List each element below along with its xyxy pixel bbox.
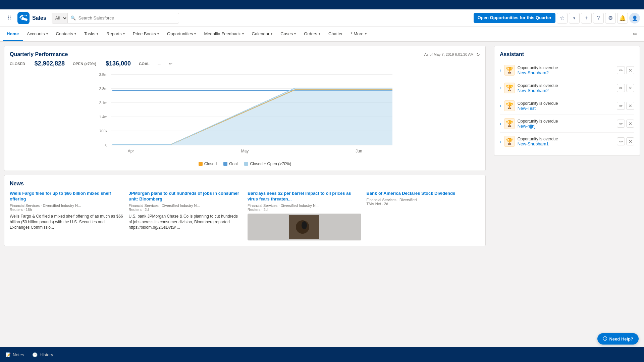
nav-item-calendar[interactable]: Calendar ▾: [248, 27, 277, 41]
dismiss-button[interactable]: ✕: [626, 84, 634, 92]
assistant-item: › 🏆 Opportunity is overdue New-njjnj ✏ ✕: [500, 115, 634, 133]
salesforce-logo[interactable]: [17, 12, 30, 24]
chevron-down-icon: ▾: [123, 32, 125, 36]
closed-value: $2,902,828: [35, 60, 65, 67]
nav-item-cases-label: Cases: [280, 31, 293, 36]
open-opportunities-button[interactable]: Open Opportunities for this Quarter: [474, 13, 555, 23]
assist-link[interactable]: New-Test: [518, 106, 614, 111]
nav-item-tasks-label: Tasks: [84, 31, 95, 36]
nav-item-cases[interactable]: Cases ▾: [276, 27, 300, 41]
dismiss-button[interactable]: ✕: [626, 120, 634, 128]
legend-closed-open: Closed + Open (>70%): [244, 162, 291, 166]
news-source: Financial Services · Diversified Industr…: [129, 203, 243, 212]
edit-button[interactable]: ✏: [617, 66, 625, 74]
nav-item-home-label: Home: [7, 31, 19, 36]
nav-item-accounts[interactable]: Accounts ▾: [23, 27, 52, 41]
news-source: Financial Services · DiversifiedTMV Net …: [367, 198, 480, 206]
need-help-label: Need Help?: [609, 336, 633, 342]
favorites-list-icon[interactable]: ▾: [569, 13, 580, 24]
assist-label: Opportunity is overdue: [518, 65, 614, 70]
nav-item-reports[interactable]: Reports ▾: [102, 27, 129, 41]
opportunity-icon: 🏆: [504, 118, 515, 129]
edit-button[interactable]: ✏: [617, 120, 625, 128]
svg-marker-16: [112, 88, 392, 145]
help-circle-icon: ⓘ: [603, 336, 607, 342]
expand-icon[interactable]: ›: [500, 103, 501, 108]
assist-link[interactable]: New-Shubham2: [518, 70, 614, 75]
chevron-down-icon: ▾: [46, 32, 48, 36]
news-item-title[interactable]: Barclays sees $2 per barrel impact to oi…: [248, 191, 361, 202]
dismiss-button[interactable]: ✕: [626, 66, 634, 74]
nav-item-orders-label: Orders: [304, 31, 317, 36]
expand-icon[interactable]: ›: [500, 139, 501, 144]
nav-item-reports-label: Reports: [106, 31, 122, 36]
assistant-title: Assistant: [500, 51, 634, 57]
history-icon: 🕐: [32, 352, 38, 357]
expand-icon[interactable]: ›: [500, 85, 501, 91]
legend-closed-label: Closed: [204, 162, 217, 166]
nav-item-chatter[interactable]: Chatter: [324, 27, 347, 41]
assist-link[interactable]: New-Shubham2: [518, 88, 614, 93]
nav-item-accounts-label: Accounts: [27, 31, 45, 36]
dismiss-button[interactable]: ✕: [626, 137, 634, 145]
news-card: News Wells Fargo files for up to $66 bil…: [4, 175, 486, 246]
assistant-item: › 🏆 Opportunity is overdue New-Shubham2 …: [500, 61, 634, 79]
edit-button[interactable]: ✏: [617, 84, 625, 92]
quarterly-date: As of May 7, 2019 6:01:30 AM: [424, 52, 474, 56]
nav-item-chatter-label: Chatter: [328, 31, 343, 36]
edit-button[interactable]: ✏: [617, 102, 625, 110]
help-icon[interactable]: ?: [593, 13, 604, 24]
notes-label: Notes: [13, 352, 24, 357]
chevron-down-icon: ▾: [97, 32, 98, 36]
header-actions: Open Opportunities for this Quarter ☆ ▾ …: [474, 13, 640, 24]
setup-icon[interactable]: ⚙: [605, 13, 616, 24]
svg-text:0: 0: [105, 143, 107, 147]
notes-icon: 📝: [5, 352, 11, 357]
history-item[interactable]: 🕐 History: [32, 352, 53, 357]
svg-text:May: May: [241, 149, 249, 153]
assist-link[interactable]: New-Shubham1: [518, 141, 614, 146]
avatar[interactable]: 👤: [629, 13, 640, 24]
nav-item-medallia[interactable]: Medallia Feedback ▾: [200, 27, 248, 41]
nav-item-home[interactable]: Home: [3, 27, 23, 41]
nav-item-contacts[interactable]: Contacts ▾: [52, 27, 80, 41]
goal-value: --: [158, 61, 161, 66]
edit-button[interactable]: ✏: [617, 137, 625, 145]
opportunity-icon: 🏆: [504, 83, 515, 93]
quarterly-performance-card: Quarterly Performance As of May 7, 2019 …: [4, 46, 486, 171]
dismiss-button[interactable]: ✕: [626, 102, 634, 110]
news-item-title[interactable]: Bank of America Declares Stock Dividends: [367, 191, 480, 196]
notifications-icon[interactable]: 🔔: [617, 13, 628, 24]
nav-item-tasks[interactable]: Tasks ▾: [80, 27, 102, 41]
search-input[interactable]: [78, 15, 179, 20]
news-title: News: [10, 181, 480, 187]
notes-item[interactable]: 📝 Notes: [5, 352, 24, 357]
nav-edit-icon[interactable]: ✏: [629, 27, 641, 41]
svg-text:2.1m: 2.1m: [99, 101, 107, 105]
assist-link[interactable]: New-njjnj: [518, 124, 614, 129]
new-record-icon[interactable]: ＋: [581, 13, 592, 24]
legend-closed-open-dot: [244, 162, 248, 166]
svg-text:1.4m: 1.4m: [99, 115, 107, 119]
news-body: U.S. bank JPMorgan Chase & Co is plannin…: [129, 214, 243, 230]
svg-point-19: [302, 221, 307, 229]
refresh-icon[interactable]: ↻: [476, 52, 480, 57]
nav-item-more[interactable]: * More ▾: [347, 27, 371, 41]
expand-icon[interactable]: ›: [500, 67, 501, 73]
nav-item-pricebooks[interactable]: Price Books ▾: [129, 27, 163, 41]
nav-item-opportunities[interactable]: Opportunities ▾: [163, 27, 200, 41]
app-grid-icon[interactable]: ⠿: [4, 13, 15, 24]
goal-edit-icon[interactable]: ✏: [169, 61, 172, 66]
favorites-icon[interactable]: ☆: [557, 13, 568, 24]
news-item: JPMorgan plans to cut hundreds of jobs i…: [129, 191, 243, 240]
assistant-item: › 🏆 Opportunity is overdue New-Test ✏ ✕: [500, 97, 634, 115]
nav-item-orders[interactable]: Orders ▾: [300, 27, 324, 41]
search-scope-select[interactable]: All: [52, 13, 68, 23]
assist-label: Opportunity is overdue: [518, 119, 614, 124]
news-item-title[interactable]: JPMorgan plans to cut hundreds of jobs i…: [129, 191, 243, 202]
need-help-button[interactable]: ⓘ Need Help?: [597, 333, 639, 345]
expand-icon[interactable]: ›: [500, 121, 501, 126]
news-item-title[interactable]: Wells Fargo files for up to $66 billion …: [10, 191, 123, 202]
utility-bar: [0, 0, 644, 9]
assistant-item: › 🏆 Opportunity is overdue New-Shubham1 …: [500, 133, 634, 150]
